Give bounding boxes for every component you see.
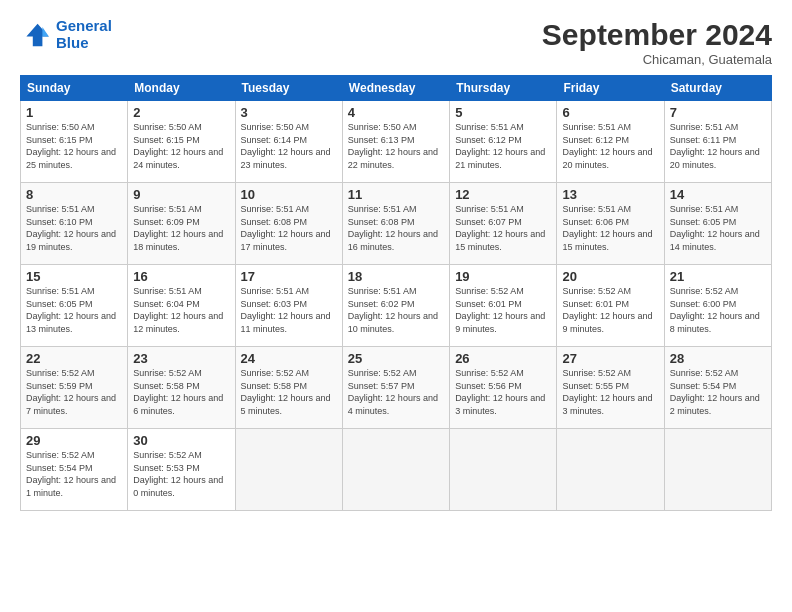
day-number: 4 [348, 105, 444, 120]
day-info: Sunrise: 5:51 AM Sunset: 6:06 PM Dayligh… [562, 203, 658, 253]
calendar-row: 29 Sunrise: 5:52 AM Sunset: 5:54 PM Dayl… [21, 429, 772, 511]
day-number: 8 [26, 187, 122, 202]
table-row: 21 Sunrise: 5:52 AM Sunset: 6:00 PM Dayl… [664, 265, 771, 347]
day-info: Sunrise: 5:51 AM Sunset: 6:08 PM Dayligh… [241, 203, 337, 253]
day-info: Sunrise: 5:52 AM Sunset: 6:01 PM Dayligh… [562, 285, 658, 335]
day-info: Sunrise: 5:52 AM Sunset: 5:53 PM Dayligh… [133, 449, 229, 499]
table-row: 6 Sunrise: 5:51 AM Sunset: 6:12 PM Dayli… [557, 101, 664, 183]
table-row: 30 Sunrise: 5:52 AM Sunset: 5:53 PM Dayl… [128, 429, 235, 511]
day-number: 30 [133, 433, 229, 448]
day-info: Sunrise: 5:51 AM Sunset: 6:05 PM Dayligh… [26, 285, 122, 335]
table-row: 20 Sunrise: 5:52 AM Sunset: 6:01 PM Dayl… [557, 265, 664, 347]
table-row: 28 Sunrise: 5:52 AM Sunset: 5:54 PM Dayl… [664, 347, 771, 429]
day-number: 5 [455, 105, 551, 120]
col-sunday: Sunday [21, 76, 128, 101]
day-info: Sunrise: 5:51 AM Sunset: 6:12 PM Dayligh… [562, 121, 658, 171]
day-number: 15 [26, 269, 122, 284]
day-number: 14 [670, 187, 766, 202]
table-row: 14 Sunrise: 5:51 AM Sunset: 6:05 PM Dayl… [664, 183, 771, 265]
day-number: 21 [670, 269, 766, 284]
day-info: Sunrise: 5:52 AM Sunset: 5:58 PM Dayligh… [133, 367, 229, 417]
logo-icon [20, 19, 52, 51]
logo-blue: Blue [56, 35, 112, 52]
table-row: 26 Sunrise: 5:52 AM Sunset: 5:56 PM Dayl… [450, 347, 557, 429]
calendar-row: 8 Sunrise: 5:51 AM Sunset: 6:10 PM Dayli… [21, 183, 772, 265]
table-row: 25 Sunrise: 5:52 AM Sunset: 5:57 PM Dayl… [342, 347, 449, 429]
col-friday: Friday [557, 76, 664, 101]
day-info: Sunrise: 5:51 AM Sunset: 6:10 PM Dayligh… [26, 203, 122, 253]
day-info: Sunrise: 5:51 AM Sunset: 6:09 PM Dayligh… [133, 203, 229, 253]
day-info: Sunrise: 5:51 AM Sunset: 6:11 PM Dayligh… [670, 121, 766, 171]
day-info: Sunrise: 5:52 AM Sunset: 5:56 PM Dayligh… [455, 367, 551, 417]
table-row: 8 Sunrise: 5:51 AM Sunset: 6:10 PM Dayli… [21, 183, 128, 265]
svg-marker-1 [42, 27, 48, 37]
day-info: Sunrise: 5:51 AM Sunset: 6:07 PM Dayligh… [455, 203, 551, 253]
table-row: 7 Sunrise: 5:51 AM Sunset: 6:11 PM Dayli… [664, 101, 771, 183]
table-row: 22 Sunrise: 5:52 AM Sunset: 5:59 PM Dayl… [21, 347, 128, 429]
day-number: 27 [562, 351, 658, 366]
day-info: Sunrise: 5:51 AM Sunset: 6:05 PM Dayligh… [670, 203, 766, 253]
col-monday: Monday [128, 76, 235, 101]
table-row: 15 Sunrise: 5:51 AM Sunset: 6:05 PM Dayl… [21, 265, 128, 347]
table-row: 27 Sunrise: 5:52 AM Sunset: 5:55 PM Dayl… [557, 347, 664, 429]
day-number: 17 [241, 269, 337, 284]
day-number: 1 [26, 105, 122, 120]
col-wednesday: Wednesday [342, 76, 449, 101]
logo: General Blue [20, 18, 112, 51]
calendar-row: 15 Sunrise: 5:51 AM Sunset: 6:05 PM Dayl… [21, 265, 772, 347]
table-row: 9 Sunrise: 5:51 AM Sunset: 6:09 PM Dayli… [128, 183, 235, 265]
table-row: 29 Sunrise: 5:52 AM Sunset: 5:54 PM Dayl… [21, 429, 128, 511]
table-row [450, 429, 557, 511]
day-info: Sunrise: 5:52 AM Sunset: 5:58 PM Dayligh… [241, 367, 337, 417]
table-row: 24 Sunrise: 5:52 AM Sunset: 5:58 PM Dayl… [235, 347, 342, 429]
col-thursday: Thursday [450, 76, 557, 101]
logo-general: General [56, 17, 112, 34]
day-number: 13 [562, 187, 658, 202]
day-number: 25 [348, 351, 444, 366]
title-block: September 2024 Chicaman, Guatemala [542, 18, 772, 67]
calendar-row: 22 Sunrise: 5:52 AM Sunset: 5:59 PM Dayl… [21, 347, 772, 429]
calendar-header-row: Sunday Monday Tuesday Wednesday Thursday… [21, 76, 772, 101]
day-info: Sunrise: 5:52 AM Sunset: 6:01 PM Dayligh… [455, 285, 551, 335]
day-info: Sunrise: 5:51 AM Sunset: 6:12 PM Dayligh… [455, 121, 551, 171]
calendar-row: 1 Sunrise: 5:50 AM Sunset: 6:15 PM Dayli… [21, 101, 772, 183]
col-saturday: Saturday [664, 76, 771, 101]
location: Chicaman, Guatemala [542, 52, 772, 67]
day-info: Sunrise: 5:50 AM Sunset: 6:14 PM Dayligh… [241, 121, 337, 171]
day-number: 23 [133, 351, 229, 366]
day-number: 24 [241, 351, 337, 366]
table-row: 19 Sunrise: 5:52 AM Sunset: 6:01 PM Dayl… [450, 265, 557, 347]
day-info: Sunrise: 5:52 AM Sunset: 5:55 PM Dayligh… [562, 367, 658, 417]
logo-text: General Blue [56, 18, 112, 51]
table-row: 5 Sunrise: 5:51 AM Sunset: 6:12 PM Dayli… [450, 101, 557, 183]
day-info: Sunrise: 5:52 AM Sunset: 5:54 PM Dayligh… [26, 449, 122, 499]
month-title: September 2024 [542, 18, 772, 52]
day-info: Sunrise: 5:50 AM Sunset: 6:13 PM Dayligh… [348, 121, 444, 171]
calendar: Sunday Monday Tuesday Wednesday Thursday… [20, 75, 772, 511]
day-number: 28 [670, 351, 766, 366]
table-row [664, 429, 771, 511]
day-number: 18 [348, 269, 444, 284]
page: General Blue September 2024 Chicaman, Gu… [0, 0, 792, 612]
table-row [557, 429, 664, 511]
header: General Blue September 2024 Chicaman, Gu… [20, 18, 772, 67]
day-number: 11 [348, 187, 444, 202]
day-info: Sunrise: 5:51 AM Sunset: 6:04 PM Dayligh… [133, 285, 229, 335]
day-info: Sunrise: 5:51 AM Sunset: 6:02 PM Dayligh… [348, 285, 444, 335]
day-info: Sunrise: 5:51 AM Sunset: 6:03 PM Dayligh… [241, 285, 337, 335]
table-row: 10 Sunrise: 5:51 AM Sunset: 6:08 PM Dayl… [235, 183, 342, 265]
day-number: 7 [670, 105, 766, 120]
day-info: Sunrise: 5:52 AM Sunset: 5:54 PM Dayligh… [670, 367, 766, 417]
table-row: 17 Sunrise: 5:51 AM Sunset: 6:03 PM Dayl… [235, 265, 342, 347]
table-row: 16 Sunrise: 5:51 AM Sunset: 6:04 PM Dayl… [128, 265, 235, 347]
day-number: 29 [26, 433, 122, 448]
day-info: Sunrise: 5:52 AM Sunset: 6:00 PM Dayligh… [670, 285, 766, 335]
day-number: 26 [455, 351, 551, 366]
day-info: Sunrise: 5:52 AM Sunset: 5:59 PM Dayligh… [26, 367, 122, 417]
day-number: 22 [26, 351, 122, 366]
day-info: Sunrise: 5:50 AM Sunset: 6:15 PM Dayligh… [133, 121, 229, 171]
day-number: 3 [241, 105, 337, 120]
table-row [235, 429, 342, 511]
day-number: 12 [455, 187, 551, 202]
day-number: 9 [133, 187, 229, 202]
